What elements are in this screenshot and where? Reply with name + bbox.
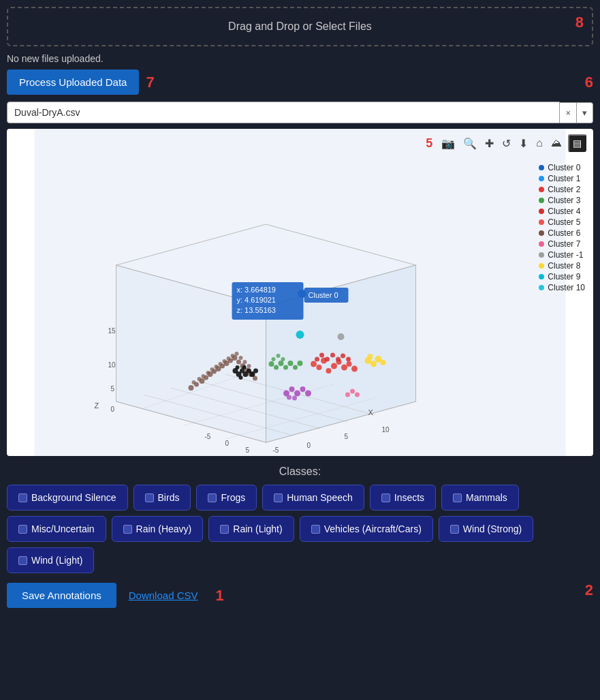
svg-point-104 (296, 331, 304, 339)
class-button[interactable]: Insects (370, 485, 436, 511)
svg-point-54 (247, 364, 251, 368)
class-checkbox (18, 525, 27, 534)
svg-point-50 (231, 354, 235, 358)
svg-point-94 (300, 386, 306, 392)
svg-point-80 (346, 357, 351, 362)
svg-point-41 (192, 380, 196, 384)
file-select[interactable]: Duval-DryA.csv (7, 102, 560, 123)
svg-point-85 (288, 361, 294, 366)
badge-6: 6 (585, 74, 593, 91)
classes-grid: Background SilenceBirdsFrogsHuman Speech… (7, 485, 593, 573)
class-button[interactable]: Wind (Strong) (439, 516, 533, 542)
svg-point-53 (243, 360, 247, 364)
svg-point-89 (277, 354, 281, 358)
svg-point-63 (239, 376, 243, 380)
svg-point-72 (347, 361, 352, 367)
svg-point-52 (239, 356, 243, 360)
download-icon[interactable]: ⬇ (517, 136, 530, 151)
plus-icon[interactable]: ✚ (483, 136, 496, 151)
drop-zone[interactable]: Drag and Drop or Select Files 8 (7, 7, 593, 46)
svg-point-108 (355, 393, 360, 397)
svg-point-62 (236, 365, 240, 369)
svg-point-45 (210, 367, 215, 371)
svg-point-102 (368, 354, 373, 359)
svg-point-83 (279, 361, 284, 366)
svg-point-42 (198, 377, 202, 381)
svg-text:5: 5 (246, 446, 250, 454)
svg-text:Z: Z (95, 401, 99, 410)
process-row: Process Uploaded Data 7 6 (7, 70, 593, 95)
save-annotations-button[interactable]: Save Annotations (7, 583, 116, 608)
upload-status: No new files uploaded. (7, 53, 593, 64)
file-clear-button[interactable]: × (560, 102, 577, 123)
class-button[interactable]: Background Silence (7, 485, 128, 511)
svg-point-79 (341, 354, 345, 359)
svg-point-86 (293, 365, 298, 370)
legend-item: Cluster 4 (539, 207, 585, 216)
legend-item: Cluster 7 (539, 239, 585, 249)
svg-text:x: 3.664819: x: 3.664819 (237, 286, 277, 294)
rotate-icon[interactable]: ↺ (500, 136, 513, 151)
class-checkbox (123, 525, 132, 534)
svg-text:15: 15 (108, 327, 116, 335)
svg-point-66 (317, 365, 322, 370)
svg-text:0: 0 (225, 440, 230, 447)
svg-point-95 (305, 391, 311, 397)
class-button[interactable]: Wind (Light) (7, 547, 94, 573)
chart-toolbar: 5 📷 🔍 ✚ ↺ ⬇ ⌂ ⛰ ▤ (426, 134, 586, 152)
legend-item: Cluster 3 (539, 196, 585, 205)
class-checkbox (18, 556, 27, 565)
svg-point-74 (315, 357, 319, 362)
class-checkbox (18, 493, 27, 502)
process-button[interactable]: Process Uploaded Data (7, 70, 139, 95)
class-button[interactable]: Birds (133, 485, 191, 511)
svg-text:Cluster 0: Cluster 0 (309, 291, 338, 299)
svg-text:5: 5 (345, 433, 349, 440)
svg-text:10: 10 (108, 361, 116, 369)
svg-point-97 (292, 396, 297, 401)
legend-item: Cluster 8 (539, 261, 585, 271)
svg-point-43 (202, 374, 206, 378)
bar-chart-icon[interactable]: ▤ (568, 134, 586, 152)
svg-point-99 (370, 361, 377, 367)
chart-container: 5 📷 🔍 ✚ ↺ ⬇ ⌂ ⛰ ▤ Z 15 10 5 0 X (7, 129, 593, 456)
class-button[interactable]: Vehicles (Aircraft/Cars) (300, 516, 433, 542)
drop-zone-label: Drag and Drop or Select Files (228, 20, 372, 32)
class-button[interactable]: Misc/Uncertain (7, 516, 106, 542)
download-csv-link[interactable]: Download CSV (129, 590, 198, 601)
svg-point-68 (326, 368, 332, 374)
svg-text:z: 13.55163: z: 13.55163 (237, 306, 277, 314)
svg-point-46 (215, 365, 219, 369)
svg-point-84 (283, 365, 288, 370)
svg-point-47 (219, 362, 223, 366)
svg-text:0: 0 (307, 442, 311, 449)
svg-point-73 (351, 366, 358, 372)
svg-point-76 (325, 357, 330, 362)
zoom-icon[interactable]: 🔍 (461, 136, 479, 151)
svg-point-82 (274, 365, 279, 370)
svg-point-81 (269, 361, 274, 367)
svg-point-88 (272, 357, 276, 361)
class-button[interactable]: Frogs (196, 485, 257, 511)
class-button[interactable]: Rain (Light) (208, 516, 294, 542)
home-icon[interactable]: ⌂ (534, 136, 545, 151)
class-button[interactable]: Rain (Heavy) (112, 516, 204, 542)
svg-point-36 (236, 360, 241, 365)
svg-point-87 (298, 361, 303, 366)
file-select-row: Duval-DryA.csv × ▾ (7, 102, 593, 123)
camera-icon[interactable]: 📷 (439, 136, 457, 151)
badge-8: 8 (575, 14, 584, 31)
class-button[interactable]: Mammals (441, 485, 519, 511)
svg-point-64 (242, 365, 247, 369)
class-checkbox (450, 525, 459, 534)
class-checkbox (220, 525, 229, 534)
file-dropdown-button[interactable]: ▾ (577, 102, 593, 123)
badge-7: 7 (146, 74, 154, 91)
svg-point-78 (336, 357, 341, 362)
mountain-icon[interactable]: ⛰ (549, 136, 564, 151)
class-button[interactable]: Human Speech (262, 485, 364, 511)
svg-point-92 (289, 386, 295, 392)
svg-point-75 (319, 353, 324, 358)
legend-item: Cluster 6 (539, 228, 585, 238)
svg-point-25 (189, 385, 194, 391)
